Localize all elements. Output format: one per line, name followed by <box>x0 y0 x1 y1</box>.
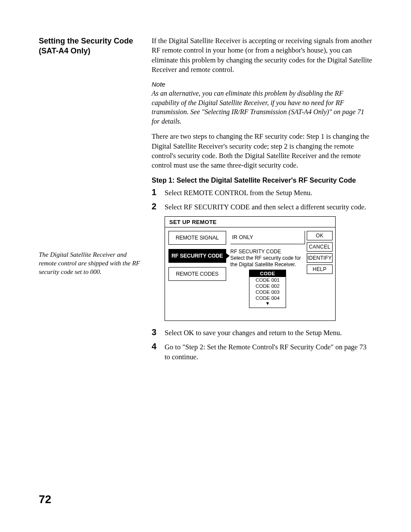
sidebar: Setting the Security Code (SAT-A4 Only) … <box>39 36 152 366</box>
step-number: 2 <box>152 200 156 212</box>
code-item[interactable]: CODE 004 <box>249 295 286 301</box>
help-button[interactable]: HELP <box>307 264 333 274</box>
step-4: 4 Go to "Step 2: Set the Remote Control'… <box>152 342 372 362</box>
code-list[interactable]: CODE CODE 001 CODE 002 CODE 003 CODE 004… <box>249 270 286 308</box>
code-item[interactable]: CODE 001 <box>249 277 286 283</box>
osd-right-buttons: OK CANCEL IDENTIFY HELP <box>307 231 333 317</box>
osd-title: SET UP REMOTE <box>165 217 335 227</box>
ok-button[interactable]: OK <box>307 231 333 240</box>
margin-note: The Digital Satellite Receiver and remot… <box>39 250 144 277</box>
step-number: 1 <box>152 186 156 198</box>
step-text: Select REMOTE CONTROL from the Setup Men… <box>165 189 312 197</box>
code-item[interactable]: CODE 003 <box>249 289 286 295</box>
scroll-down-icon[interactable]: ▼ <box>249 301 286 306</box>
identify-button[interactable]: IDENTIFY <box>307 253 333 263</box>
step-number: 4 <box>152 340 156 352</box>
osd-desc-body: Select the RF security code for the Digi… <box>230 255 305 268</box>
note-label: Note <box>152 81 372 88</box>
menu-item-remote-codes[interactable]: REMOTE CODES <box>168 267 226 281</box>
note-text: As an alternative, you can eliminate thi… <box>152 89 372 126</box>
osd-description: RF SECURITY CODE Select the RF security … <box>230 249 305 268</box>
step1-heading: Step 1: Select the Digital Satellite Rec… <box>152 177 372 184</box>
step-text: Select RF SECURITY CODE and then select … <box>165 203 366 211</box>
osd-desc-header: RF SECURITY CODE <box>230 249 305 255</box>
osd-mid-panel: IR ONLY RF SECURITY CODE Select the RF s… <box>226 231 307 317</box>
step-list-b: 3 Select OK to save your changes and ret… <box>152 328 372 362</box>
step-3: 3 Select OK to save your changes and ret… <box>152 328 372 338</box>
overview-paragraph: There are two steps to changing the RF s… <box>152 132 372 170</box>
cancel-button[interactable]: CANCEL <box>307 242 333 252</box>
step-1: 1 Select REMOTE CONTROL from the Setup M… <box>152 188 372 198</box>
step-text: Go to "Step 2: Set the Remote Control's … <box>165 343 367 361</box>
step-2: 2 Select RF SECURITY CODE and then selec… <box>152 202 372 212</box>
step-text: Select OK to save your changes and retur… <box>165 329 342 337</box>
page-number: 72 <box>39 493 51 506</box>
page: Setting the Security Code (SAT-A4 Only) … <box>0 0 411 532</box>
osd-left-menu: REMOTE SIGNAL RF SECURITY CODE REMOTE CO… <box>168 231 226 317</box>
osd-diagram: SET UP REMOTE REMOTE SIGNAL RF SECURITY … <box>165 216 336 321</box>
step-number: 3 <box>152 326 156 338</box>
two-column-layout: Setting the Security Code (SAT-A4 Only) … <box>39 36 372 366</box>
remote-signal-value: IR ONLY <box>230 231 305 244</box>
code-header: CODE <box>249 270 286 277</box>
menu-item-remote-signal[interactable]: REMOTE SIGNAL <box>168 231 226 245</box>
main-content: If the Digital Satellite Receiver is acc… <box>152 36 372 366</box>
code-item[interactable]: CODE 002 <box>249 283 286 289</box>
section-title: Setting the Security Code (SAT-A4 Only) <box>39 36 144 56</box>
intro-paragraph: If the Digital Satellite Receiver is acc… <box>152 36 372 75</box>
osd-body: REMOTE SIGNAL RF SECURITY CODE REMOTE CO… <box>165 227 335 320</box>
menu-item-rf-security-code[interactable]: RF SECURITY CODE <box>168 249 226 263</box>
step-list-a: 1 Select REMOTE CONTROL from the Setup M… <box>152 188 372 212</box>
